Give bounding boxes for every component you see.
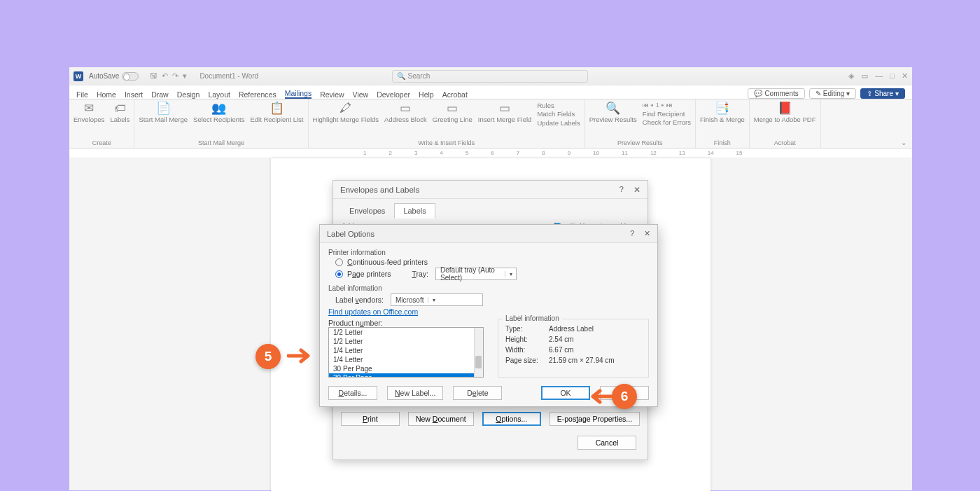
tray-value: Default tray (Auto Select) — [436, 266, 505, 282]
tab-acrobat[interactable]: Acrobat — [442, 90, 468, 99]
comments-button[interactable]: 💬 Comments — [748, 88, 804, 99]
find-recipient-button[interactable]: Find Recipient — [643, 111, 685, 118]
options-button[interactable]: Options... — [482, 412, 541, 426]
vendor-select[interactable]: Microsoft▾ — [391, 293, 483, 306]
tab-layout[interactable]: Layout — [208, 90, 230, 99]
epostage-button[interactable]: E-postage Properties... — [550, 412, 640, 426]
tab-help[interactable]: Help — [419, 90, 434, 99]
help-icon[interactable]: ? — [620, 185, 624, 195]
tab-view[interactable]: View — [353, 90, 369, 99]
mailmerge-icon: 📄 — [156, 102, 171, 116]
quick-access-toolbar: 🖫 ↶ ↷ ▾ — [150, 71, 187, 81]
page-printers-radio[interactable]: Page printers — [335, 270, 391, 278]
merge-to-pdf-button[interactable]: 📕Merge to Adobe PDF — [754, 102, 816, 123]
ribbon-tabs: File Home Insert Draw Design Layout Refe… — [69, 85, 912, 99]
rules-button[interactable]: Rules — [537, 102, 554, 109]
autosave-toggle[interactable]: AutoSave — [89, 72, 139, 81]
highlight-merge-fields-button[interactable]: 🖍Highlight Merge Fields — [313, 102, 379, 123]
list-item[interactable]: 1/2 Letter — [329, 337, 483, 346]
close-icon[interactable]: ✕ — [902, 71, 908, 81]
ok-button[interactable]: OK — [541, 386, 590, 400]
find-updates-link[interactable]: Find updates on Office.com — [328, 307, 649, 316]
tab-home[interactable]: Home — [97, 90, 116, 99]
list-item[interactable]: 30 Per Page — [329, 364, 483, 373]
qat-more-icon[interactable]: ▾ — [183, 71, 187, 81]
title-bar: W AutoSave 🖫 ↶ ↷ ▾ Document1 - Word 🔍 Se… — [69, 67, 912, 85]
match-fields-button[interactable]: Match Fields — [537, 111, 575, 118]
dialog1-title: Envelopes and Labels — [340, 186, 419, 194]
ruler: 123456789101112131415 — [69, 148, 912, 158]
envelope-icon: ✉ — [84, 102, 94, 116]
product-number-list[interactable]: 1/2 Letter 1/2 Letter 1/4 Letter 1/4 Let… — [328, 327, 484, 378]
cancel-button[interactable]: Cancel — [578, 436, 636, 450]
vendor-value: Microsoft — [391, 296, 428, 304]
select-recipients-button[interactable]: 👥Select Recipients — [193, 102, 244, 123]
details-button[interactable]: Details... — [328, 386, 377, 400]
scrollbar[interactable] — [474, 328, 483, 377]
share-button[interactable]: ⇪ Share ▾ — [860, 88, 905, 99]
close-icon[interactable]: ✕ — [634, 185, 640, 195]
tab-insert[interactable]: Insert — [125, 90, 143, 99]
help-icon[interactable]: ? — [630, 229, 634, 238]
step-marker-6: 6 — [612, 384, 637, 409]
maximize-icon[interactable]: □ — [890, 71, 895, 81]
tab-mailings[interactable]: Mailings — [285, 89, 312, 99]
arrow-left-icon — [586, 387, 614, 406]
editing-button[interactable]: ✎ Editing ▾ — [809, 88, 857, 99]
continuous-feed-radio[interactable]: Continuous-feed printers — [335, 258, 649, 266]
chevron-down-icon: ▾ — [428, 297, 439, 303]
list-item[interactable]: 1/2 Letter — [329, 328, 483, 337]
search-placeholder: Search — [408, 72, 430, 80]
search-icon: 🔍 — [397, 72, 405, 80]
word-logo-icon: W — [74, 71, 83, 81]
close-icon[interactable]: ✕ — [644, 229, 650, 238]
labels-button[interactable]: 🏷Labels — [110, 102, 130, 123]
arrow-right-icon — [287, 346, 315, 366]
redo-icon[interactable]: ↷ — [172, 71, 178, 81]
tab-review[interactable]: Review — [320, 90, 344, 99]
document-name: Document1 - Word — [200, 72, 258, 80]
toggle-icon — [122, 72, 139, 81]
insert-merge-field-button[interactable]: ▭Insert Merge Field — [478, 102, 532, 123]
recipients-icon: 👥 — [211, 102, 226, 116]
collapse-ribbon-icon[interactable]: ⌄ — [901, 139, 906, 146]
tab-draw[interactable]: Draw — [151, 90, 169, 99]
autosave-label: AutoSave — [89, 72, 119, 80]
list-item[interactable]: 1/4 Letter — [329, 355, 483, 364]
tab-design[interactable]: Design — [177, 90, 200, 99]
finish-merge-button[interactable]: 📑Finish & Merge — [700, 102, 745, 123]
tab-file[interactable]: File — [76, 90, 88, 99]
tray-select[interactable]: Default tray (Auto Select)▾ — [435, 268, 517, 280]
list-item[interactable]: 30 Per Page — [329, 373, 483, 378]
step-marker-5: 5 — [255, 344, 281, 369]
delete-button[interactable]: Delete — [453, 386, 502, 400]
list-item[interactable]: 1/4 Letter — [329, 346, 483, 355]
save-icon[interactable]: 🖫 — [150, 71, 158, 81]
labels-icon: 🏷 — [114, 102, 126, 116]
update-labels-button[interactable]: Update Labels — [537, 120, 580, 127]
nav-controls[interactable]: ⏮ ◀ 1 ▶ ⏭ — [643, 102, 673, 109]
minimize-icon[interactable]: — — [875, 71, 883, 81]
scroll-thumb[interactable] — [475, 356, 482, 368]
preview-results-button[interactable]: 🔍Preview Results — [589, 102, 637, 123]
edit-recipient-list-button[interactable]: 📋Edit Recipient List — [250, 102, 303, 123]
ribbon-mode-icon[interactable]: ▭ — [861, 71, 868, 81]
tab-envelopes[interactable]: Envelopes — [340, 203, 394, 219]
envelopes-button[interactable]: ✉Envelopes — [74, 102, 104, 123]
tab-references[interactable]: References — [239, 90, 276, 99]
tab-labels[interactable]: Labels — [394, 203, 435, 219]
product-number-label: Product number: — [328, 319, 484, 327]
label-info-heading: Label information — [328, 284, 649, 292]
window-controls: ◈ ▭ — □ ✕ — [848, 71, 908, 81]
new-label-button[interactable]: New Label... — [387, 386, 443, 400]
check-errors-button[interactable]: Check for Errors — [643, 119, 691, 126]
search-box[interactable]: 🔍 Search — [392, 70, 588, 83]
new-document-button[interactable]: New Document — [408, 412, 474, 426]
undo-icon[interactable]: ↶ — [162, 71, 168, 81]
start-mail-merge-button[interactable]: 📄Start Mail Merge — [139, 102, 188, 123]
tab-developer[interactable]: Developer — [377, 90, 410, 99]
address-block-button[interactable]: ▭Address Block — [384, 102, 427, 123]
greeting-line-button[interactable]: ▭Greeting Line — [433, 102, 472, 123]
diamond-icon[interactable]: ◈ — [848, 71, 854, 81]
print-button[interactable]: Print — [341, 412, 400, 426]
